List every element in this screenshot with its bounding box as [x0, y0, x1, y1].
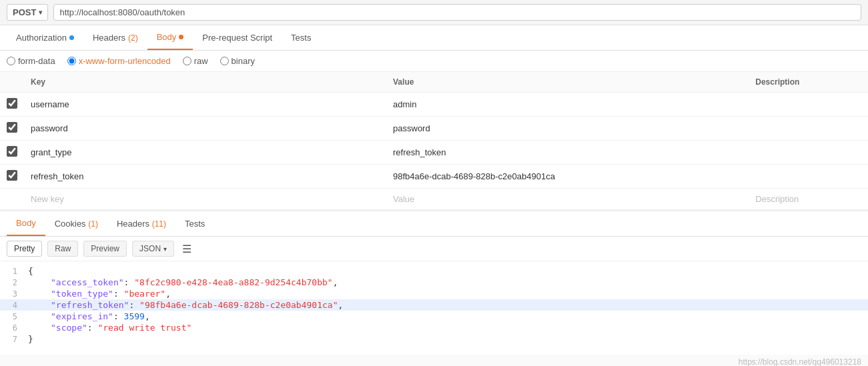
- line-number: 6: [0, 323, 24, 333]
- radio-form-data[interactable]: form-data: [7, 56, 55, 66]
- json-line: 7}: [0, 333, 868, 345]
- tab-pre-request-label: Pre-request Script: [202, 33, 272, 43]
- row-description: [749, 93, 868, 117]
- table-placeholder-row[interactable]: New key Value Description: [0, 189, 868, 210]
- line-number: 1: [0, 267, 24, 276]
- headers-badge: (2): [128, 33, 138, 43]
- tab-body[interactable]: Body: [147, 25, 193, 50]
- row-checkbox[interactable]: [7, 98, 17, 109]
- url-input[interactable]: [53, 4, 861, 21]
- cookies-badge: (1): [88, 219, 98, 229]
- radio-binary[interactable]: binary: [220, 56, 255, 66]
- json-plain: ,: [333, 277, 338, 287]
- row-value: 98fb4a6e-dcab-4689-828b-c2e0ab4901ca: [386, 165, 749, 189]
- row-checkbox-cell[interactable]: [0, 117, 24, 141]
- placeholder-key[interactable]: New key: [24, 189, 386, 210]
- placeholder-value[interactable]: Value: [386, 189, 749, 210]
- radio-raw-input[interactable]: [183, 57, 191, 65]
- json-string: "read write trust": [97, 323, 191, 333]
- col-key: Key: [24, 72, 386, 93]
- table-row: password password: [0, 117, 868, 141]
- body-type-row: form-data x-www-form-urlencoded raw bina…: [0, 51, 868, 72]
- radio-raw[interactable]: raw: [183, 56, 208, 66]
- url-bar: POST ▾: [0, 0, 868, 25]
- tab-pre-request[interactable]: Pre-request Script: [193, 26, 282, 49]
- row-checkbox[interactable]: [7, 170, 17, 181]
- format-preview-button[interactable]: Preview: [83, 241, 127, 257]
- format-raw-button[interactable]: Raw: [47, 241, 78, 257]
- col-value: Value: [386, 72, 749, 93]
- json-colon: :: [113, 289, 124, 299]
- row-checkbox-cell[interactable]: [0, 141, 24, 165]
- line-number: 4: [0, 301, 24, 310]
- row-value: password: [386, 117, 749, 141]
- json-plain: ,: [338, 300, 343, 310]
- placeholder-description[interactable]: Description: [749, 189, 868, 210]
- json-number: 3599: [124, 311, 145, 321]
- json-line: 6"scope": "read write trust": [0, 322, 868, 333]
- response-tab-headers-label: Headers: [117, 219, 149, 229]
- row-value: admin: [386, 93, 749, 117]
- response-tabs: Body Cookies (1) Headers (11) Tests: [0, 210, 868, 237]
- table-row: grant_type refresh_token: [0, 141, 868, 165]
- row-checkbox-cell[interactable]: [0, 93, 24, 117]
- wrap-lines-icon[interactable]: ☰: [182, 243, 191, 255]
- tab-headers-label: Headers: [93, 33, 125, 43]
- json-key: "token_type": [51, 289, 113, 299]
- json-key: "expires_in": [51, 311, 113, 321]
- radio-urlencoded-input[interactable]: [67, 57, 76, 65]
- format-row: Pretty Raw Preview JSON ▾ ☰: [0, 237, 868, 261]
- method-selector[interactable]: POST ▾: [7, 4, 48, 21]
- line-content: }: [24, 334, 868, 344]
- radio-urlencoded[interactable]: x-www-form-urlencoded: [67, 56, 171, 66]
- row-key: username: [24, 93, 386, 117]
- response-tab-headers[interactable]: Headers (11): [107, 212, 175, 235]
- kv-table: Key Value Description username admin pas…: [0, 72, 868, 210]
- tab-tests-request[interactable]: Tests: [282, 26, 320, 49]
- table-row: refresh_token 98fb4a6e-dcab-4689-828b-c2…: [0, 165, 868, 189]
- line-content: "token_type": "bearer",: [24, 289, 868, 299]
- tab-headers[interactable]: Headers (2): [83, 26, 147, 49]
- row-key: password: [24, 117, 386, 141]
- radio-binary-input[interactable]: [220, 57, 229, 65]
- json-plain: ,: [165, 289, 171, 299]
- line-content: "refresh_token": "98fb4a6e-dcab-4689-828…: [24, 300, 868, 310]
- row-description: [749, 165, 868, 189]
- format-type-dropdown[interactable]: JSON ▾: [132, 241, 174, 257]
- json-key: "access_token": [51, 277, 124, 287]
- response-headers-badge: (11): [152, 219, 166, 229]
- format-pretty-button[interactable]: Pretty: [7, 241, 42, 257]
- request-tabs: Authorization Headers (2) Body Pre-reque…: [0, 25, 868, 51]
- json-viewer: 1{2"access_token": "8fc2c980-e428-4ea8-a…: [0, 261, 868, 355]
- row-checkbox[interactable]: [7, 122, 17, 133]
- json-key: "scope": [51, 323, 87, 333]
- row-checkbox-cell[interactable]: [0, 165, 24, 189]
- json-line: 5"expires_in": 3599,: [0, 311, 868, 322]
- method-chevron-icon: ▾: [39, 9, 42, 16]
- response-tab-body[interactable]: Body: [7, 211, 45, 236]
- line-number: 5: [0, 312, 24, 321]
- json-colon: :: [124, 277, 135, 287]
- col-description: Description: [749, 72, 868, 93]
- response-tab-tests[interactable]: Tests: [175, 212, 214, 235]
- format-type-label: JSON: [139, 244, 161, 253]
- method-label: POST: [13, 7, 36, 17]
- row-description: [749, 141, 868, 165]
- tab-authorization-label: Authorization: [16, 33, 67, 43]
- json-colon: :: [113, 311, 124, 321]
- tab-tests-request-label: Tests: [291, 33, 311, 43]
- watermark: https://blog.csdn.net/qq496013218: [0, 355, 868, 366]
- json-key: "refresh_token": [51, 300, 129, 310]
- line-number: 3: [0, 289, 24, 299]
- placeholder-checkbox-cell: [0, 189, 24, 210]
- radio-form-data-input[interactable]: [7, 57, 15, 65]
- tab-body-label: Body: [157, 32, 177, 42]
- row-key: refresh_token: [24, 165, 386, 189]
- line-number: 2: [0, 278, 24, 287]
- response-tab-cookies[interactable]: Cookies (1): [45, 212, 107, 235]
- json-colon: :: [129, 300, 139, 310]
- row-checkbox[interactable]: [7, 146, 17, 157]
- response-tab-tests-label: Tests: [185, 219, 205, 229]
- col-checkbox: [0, 72, 24, 93]
- tab-authorization[interactable]: Authorization: [7, 26, 83, 49]
